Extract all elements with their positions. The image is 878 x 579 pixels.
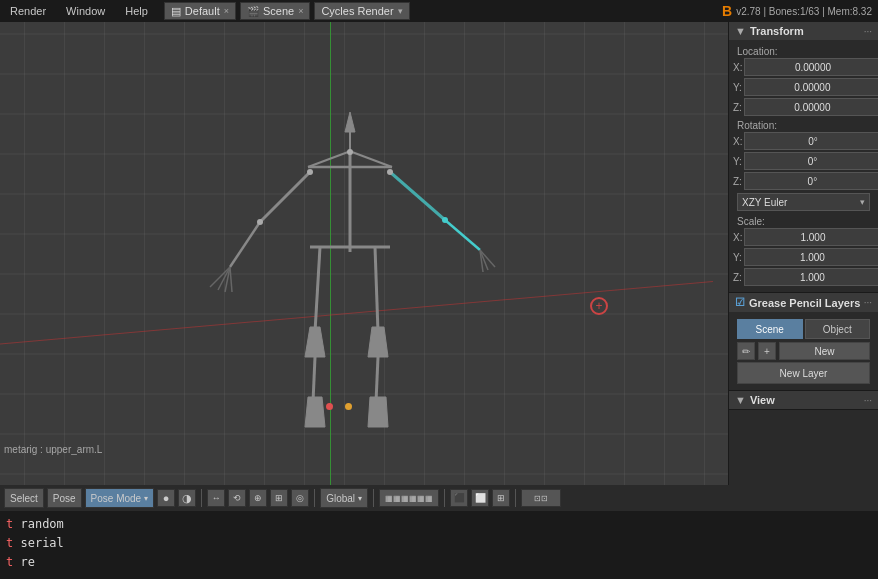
viewport-status-text: metarig : upper_arm.L — [4, 444, 102, 455]
svg-marker-21 — [305, 397, 325, 427]
svg-line-2 — [260, 172, 310, 222]
scale-x-row: X: 🔒 — [733, 228, 874, 246]
svg-line-22 — [375, 247, 378, 332]
svg-line-7 — [230, 267, 232, 292]
svg-marker-23 — [368, 327, 388, 357]
gp-new-button[interactable]: New — [779, 342, 870, 360]
scale-z-input[interactable] — [744, 268, 878, 286]
scale-x-input[interactable] — [744, 228, 878, 246]
svg-marker-13 — [345, 112, 355, 132]
global-label: Global — [326, 493, 355, 504]
blender-logo: B — [722, 3, 732, 19]
grease-pencil-section: ☑ Grease Pencil Layers ··· Scene Object … — [729, 293, 878, 391]
scale-y-input[interactable] — [744, 248, 878, 266]
pose-mode-label: Pose Mode — [91, 493, 142, 504]
global-dropdown[interactable]: Global ▾ — [320, 488, 368, 508]
grease-pencil-title: ☑ Grease Pencil Layers — [735, 296, 860, 309]
pose-button[interactable]: Pose — [47, 488, 82, 508]
svg-point-31 — [442, 217, 448, 223]
transform-title: ▼ Transform — [735, 25, 804, 37]
svg-line-17 — [352, 152, 392, 167]
loc-z-input[interactable] — [744, 98, 878, 116]
euler-select[interactable]: XZY Euler ▾ — [737, 193, 870, 211]
loc-x-input[interactable] — [744, 58, 878, 76]
location-y-row: Y: 🔒 — [733, 78, 874, 96]
misc-icon-1[interactable]: ⊡⊡ — [521, 489, 561, 507]
layout-close-btn[interactable]: × — [224, 6, 229, 16]
svg-line-20 — [313, 357, 315, 402]
gp-pencil-icon-btn[interactable]: ✏ — [737, 342, 755, 360]
grease-pencil-header[interactable]: ☑ Grease Pencil Layers ··· — [729, 293, 878, 312]
terminal-line-2: t serial — [6, 534, 872, 553]
render-icon-1[interactable]: ⬛ — [450, 489, 468, 507]
rot-x-input[interactable] — [744, 132, 878, 150]
scale-y-label: Y: — [733, 252, 742, 263]
pose-mode-dropdown[interactable]: Pose Mode ▾ — [85, 488, 155, 508]
viewport-shading-icon[interactable]: ◑ — [178, 489, 196, 507]
svg-line-16 — [308, 152, 348, 167]
svg-line-9 — [445, 220, 480, 250]
grease-pencil-content: Scene Object ✏ + New New Layer — [729, 312, 878, 390]
sphere-icon[interactable]: ● — [157, 489, 175, 507]
svg-point-32 — [257, 219, 263, 225]
top-menu-bar: Render Window Help ▤ Default × 🎬 Scene ×… — [0, 0, 878, 22]
transform-triangle: ▼ — [735, 25, 746, 37]
view-triangle: ▼ — [735, 394, 746, 406]
menu-help[interactable]: Help — [115, 3, 158, 19]
gp-new-row: ✏ + New — [737, 342, 870, 360]
terminal-line-1: t random — [6, 515, 872, 534]
svg-point-28 — [347, 149, 353, 155]
layout-dropdown[interactable]: ▤ Default × — [164, 2, 236, 20]
gp-checkbox[interactable]: ☑ — [735, 296, 745, 309]
renderer-dropdown[interactable]: Cycles Render ▾ — [314, 2, 409, 20]
render-icon-3[interactable]: ⊞ — [492, 489, 510, 507]
view-header[interactable]: ▼ View ··· — [729, 391, 878, 409]
gp-options[interactable]: ··· — [864, 297, 872, 308]
svg-line-8 — [390, 172, 445, 220]
svg-point-30 — [387, 169, 393, 175]
terminal-prefix-2: t — [6, 536, 13, 550]
transform-options[interactable]: ··· — [864, 26, 872, 37]
gp-new-layer-button[interactable]: New Layer — [737, 362, 870, 384]
renderer-name: Cycles Render — [321, 5, 393, 17]
transform-section: ▼ Transform ··· Location: X: 🔒 Y: 🔒 — [729, 22, 878, 293]
transform-icon-1[interactable]: ↔ — [207, 489, 225, 507]
svg-line-18 — [315, 247, 320, 332]
global-arrow: ▾ — [358, 494, 362, 503]
scene-close-btn[interactable]: × — [298, 6, 303, 16]
transform-icon-2[interactable]: ⟲ — [228, 489, 246, 507]
select-button[interactable]: Select — [4, 488, 44, 508]
scene-icon: 🎬 — [247, 6, 259, 17]
proportional-icon[interactable]: ◎ — [291, 489, 309, 507]
menu-render[interactable]: Render — [0, 3, 56, 19]
layer-icon[interactable]: ▦▦▦▦▦▦ — [379, 489, 439, 507]
location-z-row: Z: 🔒 — [733, 98, 874, 116]
rot-z-input[interactable] — [744, 172, 878, 190]
rotation-label: Rotation: — [733, 118, 874, 132]
gp-tab-object[interactable]: Object — [805, 319, 871, 339]
viewport-3d[interactable]: metarig : upper_arm.L — [0, 22, 728, 485]
snap-icon[interactable]: ⊞ — [270, 489, 288, 507]
rot-z-label: Z: — [733, 176, 742, 187]
scale-y-row: Y: 🔒 — [733, 248, 874, 266]
scale-x-label: X: — [733, 232, 742, 243]
scene-dropdown[interactable]: 🎬 Scene × — [240, 2, 310, 20]
view-section: ▼ View ··· — [729, 391, 878, 410]
rot-x-label: X: — [733, 136, 742, 147]
menu-window[interactable]: Window — [56, 3, 115, 19]
render-icon-2[interactable]: ⬜ — [471, 489, 489, 507]
rot-y-input[interactable] — [744, 152, 878, 170]
renderer-arrow: ▾ — [398, 6, 403, 16]
toolbar-sep-4 — [444, 489, 445, 507]
terminal-prefix-1: t — [6, 517, 13, 531]
gp-cross-icon-btn[interactable]: + — [758, 342, 776, 360]
toolbar-sep-5 — [515, 489, 516, 507]
loc-y-input[interactable] — [744, 78, 878, 96]
manipulator-icon[interactable]: ⊕ — [249, 489, 267, 507]
scale-z-row: Z: 🔒 — [733, 268, 874, 286]
skeleton-figure — [200, 72, 500, 452]
gp-tab-scene[interactable]: Scene — [737, 319, 803, 339]
view-options[interactable]: ··· — [864, 395, 872, 406]
pose-mode-arrow: ▾ — [144, 494, 148, 503]
transform-header[interactable]: ▼ Transform ··· — [729, 22, 878, 40]
